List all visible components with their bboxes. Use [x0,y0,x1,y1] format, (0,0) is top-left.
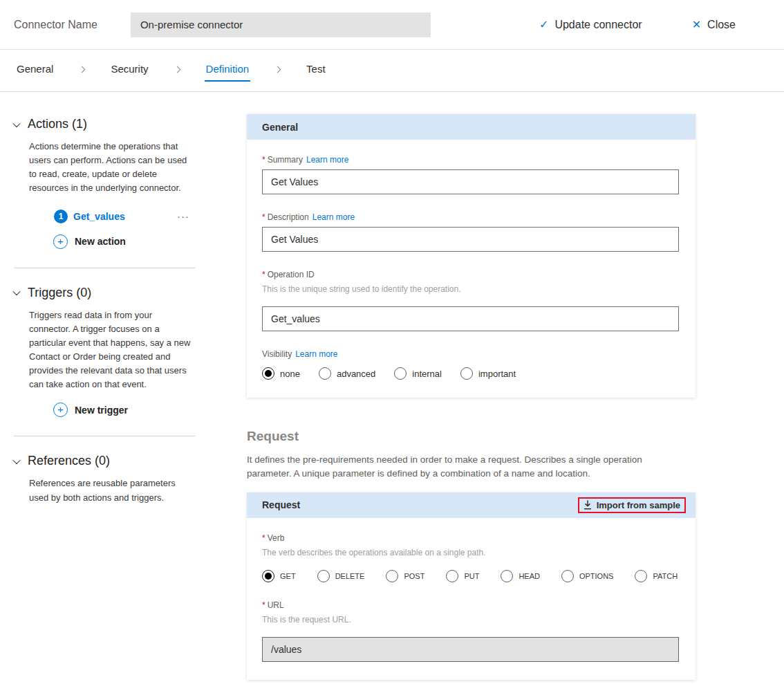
close-icon: ✕ [692,19,701,30]
action-list-item[interactable]: 1 Get_values ··· [54,207,195,226]
new-trigger-button[interactable]: + New trigger [53,403,128,417]
radio-label: HEAD [519,572,540,580]
verb-radio-get[interactable]: GET [262,570,296,582]
visibility-radio-internal[interactable]: internal [394,367,442,380]
close-button[interactable]: ✕ Close [692,19,736,31]
summary-learn-more-link[interactable]: Learn more [306,155,348,165]
verb-radio-options[interactable]: OPTIONS [561,570,614,582]
actions-description: Actions determine the operations that us… [29,140,195,196]
verb-radio-delete[interactable]: DELETE [317,570,365,582]
description-input[interactable] [262,227,679,252]
radio-icon [394,367,407,380]
new-action-label: New action [75,236,126,247]
connector-name-input[interactable] [131,12,431,37]
chevron-right-icon [274,66,281,73]
verb-label: Verb [268,533,285,543]
triggers-description: Triggers read data in from your connecto… [29,308,195,392]
chevron-right-icon [174,66,180,73]
tab-general[interactable]: General [15,60,55,82]
references-title: References (0) [28,454,110,468]
references-description: References are reusable parameters used … [29,477,195,504]
visibility-radio-advanced[interactable]: advanced [319,367,375,380]
request-panel-title: Request [262,499,300,510]
verb-radio-head[interactable]: HEAD [501,570,540,582]
tab-security[interactable]: Security [109,60,149,82]
references-section-header[interactable]: References (0) [14,454,195,468]
chevron-down-icon [12,288,20,295]
visibility-learn-more-link[interactable]: Learn more [295,349,337,359]
visibility-radio-group: none advanced internal important [262,367,679,380]
import-from-sample-button[interactable]: Import from sample [584,500,680,510]
new-action-button[interactable]: + New action [53,234,126,249]
radio-selected-icon [262,570,274,582]
verb-radio-patch[interactable]: PATCH [635,570,678,582]
description-learn-more-link[interactable]: Learn more [312,212,355,222]
radio-label: PUT [464,572,479,580]
url-input[interactable] [262,637,679,662]
required-asterisk: * [262,270,265,279]
general-panel-header: General [247,114,696,140]
tab-definition[interactable]: Definition [205,60,251,82]
definition-main: General *SummaryLearn more *DescriptionL… [247,92,696,684]
operation-id-field: *Operation ID This is the unique string … [262,270,679,331]
radio-icon [635,570,647,582]
wizard-tabbar: General Security Definition Test [0,50,784,92]
chevron-down-icon [12,456,20,464]
required-asterisk: * [262,155,265,165]
update-connector-button[interactable]: ✓ Update connector [539,19,642,31]
close-label: Close [707,19,736,31]
chevron-down-icon [12,119,20,127]
triggers-section: Triggers (0) Triggers read data in from … [14,286,195,437]
divider [14,436,195,436]
radio-label: DELETE [335,572,365,580]
visibility-radio-important[interactable]: important [460,367,516,380]
radio-icon [386,570,398,582]
url-label-row: *URL [262,600,679,610]
check-icon: ✓ [539,19,548,30]
verb-radio-put[interactable]: PUT [446,570,479,582]
radio-selected-icon [262,367,274,380]
radio-icon [460,367,473,380]
summary-input[interactable] [262,169,679,194]
url-label: URL [268,600,284,610]
plus-circle-icon: + [53,403,68,417]
update-connector-label: Update connector [554,19,642,31]
radio-icon [319,367,331,380]
verb-radio-group: GET DELETE POST PUT [262,570,679,582]
triggers-section-header[interactable]: Triggers (0) [14,286,195,300]
new-trigger-label: New trigger [75,405,128,416]
import-from-sample-label: Import from sample [597,500,680,510]
tab-test[interactable]: Test [305,60,327,82]
radio-label: important [478,369,516,379]
action-index-badge: 1 [54,210,68,223]
required-asterisk: * [262,533,265,543]
general-panel-body: *SummaryLearn more *DescriptionLearn mor… [247,140,696,398]
verb-radio-post[interactable]: POST [386,570,424,582]
visibility-radio-none[interactable]: none [262,367,300,380]
definition-sidebar: Actions (1) Actions determine the operat… [0,92,247,516]
request-section-description: It defines the pre-requirements needed i… [247,453,689,481]
plus-circle-icon: + [53,234,68,249]
radio-label: none [280,369,300,379]
operation-id-input[interactable] [262,306,679,331]
radio-icon [501,570,513,582]
general-panel: General *SummaryLearn more *DescriptionL… [247,114,696,398]
url-help: This is the request URL. [262,615,679,625]
actions-section: Actions (1) Actions determine the operat… [14,117,195,268]
divider [14,268,195,268]
summary-label: Summary [268,155,303,165]
visibility-field: VisibilityLearn more none advanced [262,349,679,380]
topbar-actions: ✓ Update connector ✕ Close [539,19,736,31]
operation-id-label-row: *Operation ID [262,270,679,279]
description-label: Description [268,212,309,222]
operation-id-label: Operation ID [268,270,315,279]
more-options-icon[interactable]: ··· [177,210,189,222]
actions-section-header[interactable]: Actions (1) [14,117,195,131]
action-item-link[interactable]: Get_values [73,211,125,222]
visibility-label-row: VisibilityLearn more [262,349,679,359]
actions-title: Actions (1) [28,117,87,131]
verb-help: The verb describes the operations availa… [262,548,679,557]
radio-label: PATCH [653,572,678,580]
connector-name-label: Connector Name [14,19,97,31]
radio-label: advanced [337,369,375,379]
